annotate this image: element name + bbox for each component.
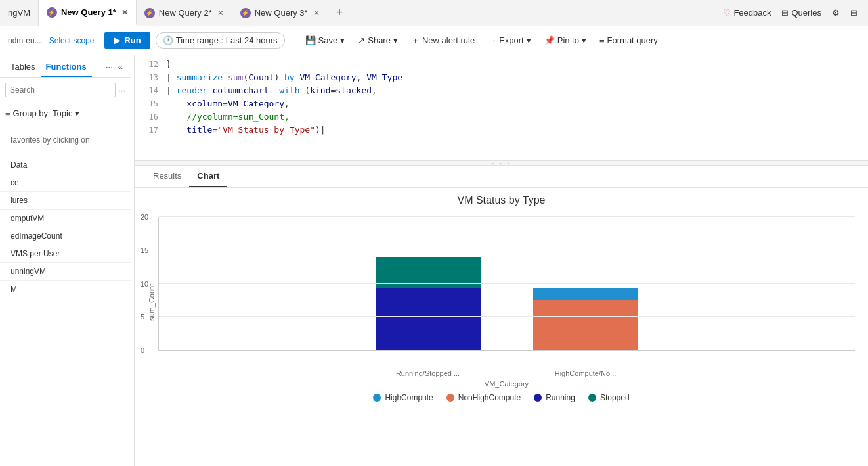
tab3-close[interactable]: ✕ [313, 9, 320, 18]
gear-icon: ⚙ [832, 8, 840, 18]
time-range-label: Time range : Last 24 hours [176, 35, 278, 45]
toolbar: ndm-eu... Select scope ▶ Run 🕐 Time rang… [0, 26, 868, 55]
tab-newquery3[interactable]: ⚡ New Query 3* ✕ [232, 0, 328, 26]
new-alert-button[interactable]: ＋ New alert rule [407, 32, 479, 49]
add-tab-button[interactable]: + [328, 0, 351, 26]
save-chevron: ▾ [340, 35, 345, 45]
tab-results[interactable]: Results [145, 166, 189, 187]
chart-inner: 20 15 10 5 0 [158, 217, 855, 388]
bar-running-stopped [376, 257, 481, 351]
settings-button[interactable]: ⚙ [832, 8, 840, 18]
clock-icon: 🕐 [163, 35, 173, 45]
time-range-button[interactable]: 🕐 Time range : Last 24 hours [156, 32, 285, 49]
feedback-label: Feedback [733, 8, 771, 18]
x-label-1: Running/Stopped ... [376, 369, 481, 377]
share-icon: ↗ [358, 35, 365, 45]
grid-15: 15 [159, 250, 855, 250]
grid-0: 0 [159, 350, 855, 350]
group-label: Group by: Topic [13, 108, 73, 118]
export-label: Export [499, 35, 524, 45]
sidebar-items: favorites by clicking on Data ce lures o… [0, 124, 131, 466]
bar-running [376, 288, 481, 350]
format-query-button[interactable]: ≡ Format query [596, 33, 662, 48]
feedback-button[interactable]: ♡ Feedback [723, 8, 771, 18]
sidebar-collapse-button[interactable]: « [116, 58, 125, 77]
sidebar-item-edimagecount[interactable]: edImageCount [0, 227, 131, 245]
share-label: Share [368, 35, 391, 45]
tab2-label: New Query 2* [159, 8, 212, 18]
tab-ngvm[interactable]: ngVM [0, 0, 39, 26]
bar-highcompute-seg [533, 288, 638, 300]
grid-10: 10 [159, 283, 855, 284]
sidebar-tabs: Tables Functions ··· « [0, 55, 131, 78]
sidebar-item-data[interactable]: Data [0, 156, 131, 174]
sidebar-item-runningvm[interactable]: unningVM [0, 263, 131, 281]
x-axis-title: VM_Category [158, 380, 855, 388]
sidebar-search-area: ··· [0, 78, 131, 103]
ngvm-label: ngVM [8, 8, 30, 18]
pin-chevron: ▾ [582, 35, 586, 45]
run-button[interactable]: ▶ Run [104, 32, 150, 49]
run-label: Run [124, 35, 141, 45]
pin-to-button[interactable]: 📌 Pin to ▾ [540, 33, 590, 48]
sidebar-item-vms-per-user[interactable]: VMS per User [0, 245, 131, 263]
chart-plot: 20 15 10 5 0 [158, 217, 855, 351]
sidebar-item-computvm[interactable]: omputVM [0, 210, 131, 227]
export-button[interactable]: → Export ▾ [484, 33, 535, 48]
grid-20: 20 [159, 216, 855, 217]
legend-running: Running [534, 393, 575, 402]
chart-title: VM Status by Type [148, 195, 855, 206]
format-query-label: Format query [607, 35, 658, 45]
editor-resize-handle[interactable]: · · · [135, 160, 868, 166]
grid-5: 5 [159, 316, 855, 317]
sidebar-search-more[interactable]: ··· [118, 85, 125, 95]
legend-dot-running [534, 394, 542, 402]
sidebar: Tables Functions ··· « ··· ≡ Group by: T… [0, 55, 131, 466]
export-icon: → [488, 35, 496, 45]
pin-icon: 📌 [544, 35, 555, 45]
group-chevron: ▾ [75, 108, 79, 118]
legend-dot-stopped [588, 394, 596, 402]
share-button[interactable]: ↗ Share ▾ [354, 33, 402, 48]
query-icon-1: ⚡ [47, 7, 57, 18]
tab-bar: ngVM ⚡ New Query 1* ✕ ⚡ New Query 2* ✕ ⚡… [0, 0, 868, 26]
save-button[interactable]: 💾 Save ▾ [301, 33, 349, 48]
format-icon: ≡ [599, 35, 605, 45]
code-line-14: 14 | render columnchart with (kind=stack… [135, 84, 868, 97]
tab1-label: New Query 1* [61, 7, 116, 17]
tab1-close[interactable]: ✕ [121, 8, 128, 17]
bar-highcompute [533, 288, 638, 350]
share-chevron: ▾ [393, 35, 398, 45]
code-line-16: 16 //ycolumn=sum_Count, [135, 110, 868, 124]
content-area: 12 } 13 | summarize sum(Count) by VM_Cat… [135, 55, 868, 466]
results-area: Results Chart VM Status by Type sum_Coun… [135, 166, 868, 466]
new-alert-label: New alert rule [422, 35, 475, 45]
queries-button[interactable]: ⊞ Queries [781, 8, 821, 18]
group-by-header[interactable]: ≡ Group by: Topic ▾ [0, 103, 131, 124]
select-scope-button[interactable]: Select scope [49, 36, 95, 45]
heart-icon: ♡ [723, 8, 731, 18]
tab2-close[interactable]: ✕ [217, 9, 224, 18]
x-label-2: HighCompute/No... [533, 369, 638, 377]
tab3-label: New Query 3* [255, 8, 308, 18]
sidebar-item-ce[interactable]: ce [0, 174, 131, 192]
tab-chart[interactable]: Chart [189, 166, 227, 187]
query-icon-3: ⚡ [240, 8, 251, 18]
query-icon-2: ⚡ [144, 8, 155, 18]
layout-icon: ⊟ [850, 8, 857, 18]
layout-button[interactable]: ⊟ [850, 8, 857, 18]
queries-label: Queries [791, 8, 821, 18]
sidebar-more-button[interactable]: ··· [103, 58, 116, 77]
chart-wrapper: sum_Count 20 15 10 [148, 217, 855, 388]
editor-area[interactable]: 12 } 13 | summarize sum(Count) by VM_Cat… [135, 55, 868, 160]
group-icon: ≡ [5, 108, 11, 118]
sidebar-item-lures[interactable]: lures [0, 192, 131, 210]
sidebar-tab-functions[interactable]: Functions [41, 58, 92, 77]
tab-newquery2[interactable]: ⚡ New Query 2* ✕ [137, 0, 232, 26]
x-axis-labels: Running/Stopped ... HighCompute/No... [158, 369, 855, 377]
sidebar-item-m[interactable]: M [0, 281, 131, 298]
tab-newquery1[interactable]: ⚡ New Query 1* ✕ [39, 0, 137, 26]
sidebar-tab-tables[interactable]: Tables [5, 58, 41, 77]
save-icon: 💾 [305, 35, 316, 45]
sidebar-search-input[interactable] [5, 83, 116, 97]
